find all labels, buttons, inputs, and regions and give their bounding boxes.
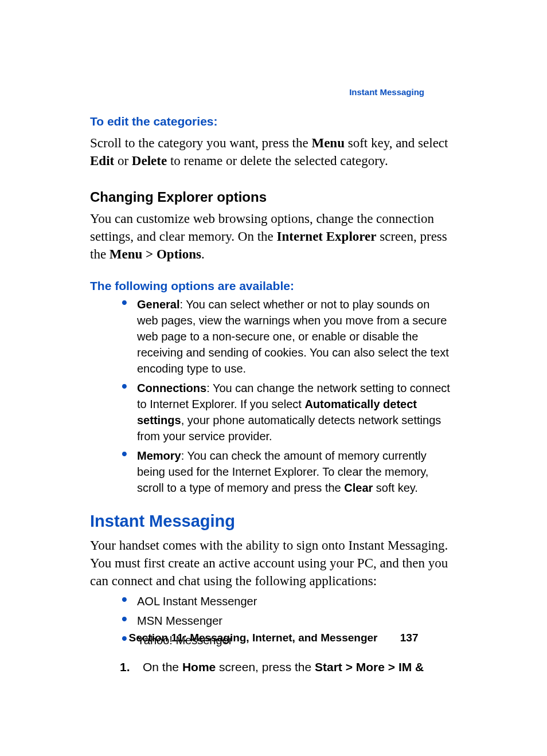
paragraph-edit-categories: Scroll to the category you want, press t… bbox=[90, 134, 452, 170]
subheading-edit-categories: To edit the categories: bbox=[90, 115, 452, 128]
option-general-text: : You can select whether or not to play … bbox=[137, 298, 449, 375]
app-aol-label: AOL Instant Messenger bbox=[137, 595, 257, 608]
text: soft key. bbox=[373, 481, 418, 494]
paragraph-instant-messaging: Your handset comes with the ability to s… bbox=[90, 536, 452, 590]
heading-instant-messaging: Instant Messaging bbox=[90, 512, 452, 531]
text: or bbox=[114, 154, 132, 168]
app-msn: MSN Messenger bbox=[122, 613, 452, 629]
footer-section-label: Section 11: Messaging, Internet, and Mes… bbox=[129, 632, 378, 644]
options-list: General: You can select whether or not t… bbox=[90, 296, 452, 496]
option-general: General: You can select whether or not t… bbox=[122, 296, 452, 377]
bold-internet-explorer: Internet Explorer bbox=[277, 229, 377, 244]
bold-delete: Delete bbox=[132, 154, 167, 168]
text: Scroll to the category you want, press t… bbox=[90, 136, 311, 150]
heading-changing-explorer-options: Changing Explorer options bbox=[90, 189, 452, 205]
step-1-number: 1. bbox=[120, 659, 130, 675]
option-memory: Memory: You can check the amount of memo… bbox=[122, 448, 452, 496]
page-number: 137 bbox=[400, 632, 419, 644]
text: On the bbox=[143, 660, 182, 673]
running-header: Instant Messaging bbox=[349, 87, 424, 97]
bold-edit: Edit bbox=[90, 154, 114, 168]
option-connections-label: Connections bbox=[137, 382, 206, 394]
bold-start-more-im: Start > More > IM & bbox=[315, 660, 424, 673]
step-1: 1. On the Home screen, press the Start >… bbox=[120, 659, 452, 675]
steps-list: 1. On the Home screen, press the Start >… bbox=[90, 659, 452, 675]
option-general-label: General bbox=[137, 298, 179, 311]
text: . bbox=[201, 247, 205, 261]
subheading-options-available: The following options are available: bbox=[90, 279, 452, 293]
bold-menu: Menu bbox=[311, 136, 345, 150]
text: soft key, and select bbox=[345, 136, 448, 150]
bold-menu-options: Menu > Options bbox=[110, 247, 201, 261]
text: to rename or delete the selected categor… bbox=[167, 154, 388, 168]
option-connections: Connections: You can change the network … bbox=[122, 380, 452, 444]
option-memory-label: Memory bbox=[137, 449, 181, 462]
page-footer: Section 11: Messaging, Internet, and Mes… bbox=[0, 632, 547, 644]
text: screen, press the bbox=[216, 660, 315, 673]
bold-clear: Clear bbox=[344, 481, 373, 494]
paragraph-changing-explorer-options: You can customize web browsing options, … bbox=[90, 210, 452, 263]
app-msn-label: MSN Messenger bbox=[137, 614, 222, 627]
text: , your phone automatically detects netwo… bbox=[137, 414, 441, 442]
app-aol: AOL Instant Messenger bbox=[122, 593, 452, 609]
page: Instant Messaging To edit the categories… bbox=[0, 0, 547, 756]
bold-home: Home bbox=[182, 660, 216, 673]
